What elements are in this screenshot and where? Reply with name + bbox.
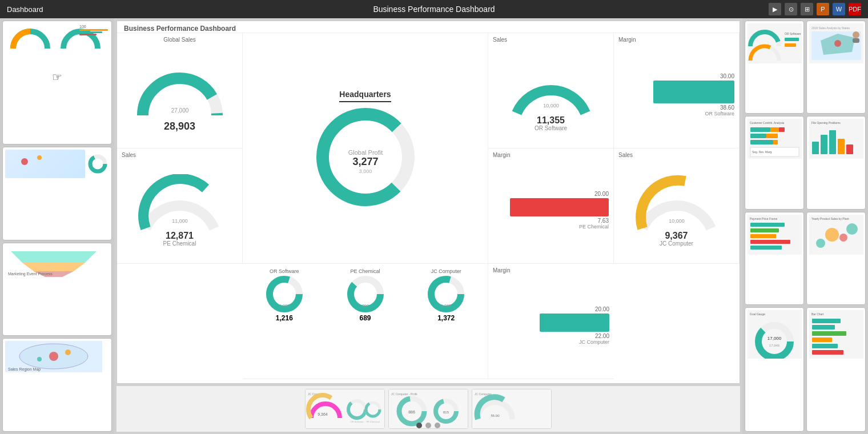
right-thumb-8[interactable]: Bar Chart [806,307,866,432]
svg-rect-83 [750,240,790,244]
pe-company-label: PE Chemical [163,240,196,247]
svg-text:JC Computer - Profit: JC Computer - Profit [391,392,417,396]
right-thumb-6[interactable]: Yearly Product Sales by Plant [806,212,866,305]
svg-rect-82 [750,234,776,238]
svg-text:2019 Sales Analysis by States: 2019 Sales Analysis by States [811,26,850,30]
left-thumb-4[interactable]: Sales Region Map [2,338,112,432]
jc-gauge-svg: 10,000 [634,174,720,231]
margin-bar-pe-row [493,198,609,216]
svg-text:9,364: 9,364 [318,412,328,416]
nav-dot-1[interactable] [416,423,422,428]
svg-text:Customer Contrib. Analysis: Customer Contrib. Analysis [750,121,785,124]
margin-or-target: 30.00 [618,73,734,79]
topbar-actions: ▶ ⊙ ⊞ P W PDF [648,3,861,15]
sales-label-3: Sales [618,152,734,158]
svg-point-10 [65,349,71,355]
sales-or-cell: Sales 10,000 11,355 OR Software [488,33,614,148]
pe-small-value: 689 [359,314,371,322]
margin-jc-cell: Margin 20.00 22.00 JC Computer [488,264,614,379]
sales-jc-cell: Sales 10,000 9,367 JC Computer [614,148,740,264]
main-content: ☞ 100 [0,18,868,434]
pdf-icon[interactable]: PDF [849,3,861,15]
or-target-label: 10,000 [543,103,559,108]
grid-icon[interactable]: ⊞ [801,3,813,15]
svg-text:27,000: 27,000 [171,107,188,114]
left-thumb-1[interactable]: ☞ 100 [2,21,112,144]
word-icon[interactable]: W [833,3,845,15]
right-thumb-5[interactable]: Payment Price Frame [745,212,804,305]
svg-point-57 [834,40,841,47]
jc-gauge-container: 10,000 9,367 JC Computer [618,159,734,261]
right-row-1: OR Software 2019 Sales Analysis by State… [745,21,866,114]
margin-or-company: OR Software [618,111,734,116]
pe-gauge-svg: 11,000 [137,174,223,231]
margin-pe-bar [510,198,609,216]
svg-text:Payment Price Frame: Payment Price Frame [750,217,778,220]
slide-strip: JC Computer 9,364 OR Software PE Chemica… [116,386,740,432]
page-title: Business Performance Dashboard [220,5,648,14]
svg-rect-74 [821,135,827,154]
nav-dots [416,423,440,428]
margin-label-2: Margin [493,152,609,158]
right-thumb-3[interactable]: Customer Contrib. Analysis Seg. Rev. Mar… [745,116,804,209]
svg-rect-66 [766,134,778,138]
margin-jc-chart: 20.00 22.00 JC Computer [493,275,609,376]
svg-text:17,000: 17,000 [767,336,782,341]
svg-point-87 [816,239,825,248]
svg-text:3,277: 3,277 [352,156,378,167]
nav-dot-2[interactable] [425,423,431,428]
sales-label-2: Sales [122,152,238,158]
margin-or-cell: Margin 30.00 38.60 OR Software [614,33,740,148]
svg-rect-62 [750,127,770,132]
margin-jc-company: JC Computer [493,339,609,345]
svg-text:Global Profit: Global Profit [348,149,383,156]
left-thumb-2[interactable] [2,147,112,240]
right-panel: OR Software 2019 Sales Analysis by State… [742,18,868,434]
play-icon[interactable]: ▶ [769,3,781,15]
svg-text:55.00: 55.00 [491,414,500,417]
or-small-svg: 1,000 [264,274,304,314]
or-gauge-container: 10,000 11,355 OR Software [493,44,609,146]
dash-title: Business Performance Dashboard [124,25,236,33]
svg-rect-63 [770,127,779,132]
right-thumb-2[interactable]: 2019 Sales Analysis by States [806,21,866,114]
margin-jc-target: 20.00 [493,306,609,312]
nav-dot-3[interactable] [435,423,440,428]
center-panel: Business Performance Dashboard Sales 10,… [114,18,742,434]
pe-small-cell: PE Chemical 880 689 [326,268,405,374]
svg-rect-51 [785,38,799,41]
or-small-value: 1,216 [276,314,293,322]
svg-text:PE Chemical: PE Chemical [366,420,379,423]
right-thumb-7[interactable]: Goal Gauge 17,000 17,946 [745,307,804,432]
svg-rect-75 [829,130,836,154]
svg-text:OR Software: OR Software [351,420,364,423]
app-title: Dashboard [7,5,220,14]
or-company-label: OR Software [535,125,567,131]
strip-thumb-3[interactable]: JC Computer 55.00 [472,389,552,429]
svg-rect-91 [748,310,802,359]
svg-text:3,000: 3,000 [359,168,372,174]
dash-body: Sales 10,000 11,355 OR Software [117,33,740,379]
svg-rect-102 [812,337,832,342]
svg-rect-103 [812,344,838,348]
left-thumb-3[interactable]: Marketing Event Process [2,243,112,336]
ppt-icon[interactable]: P [817,3,829,15]
jc-small-cell: JC Computer 1,369 1,372 [407,268,485,374]
svg-text:Sales Region Map: Sales Region Map [8,367,41,372]
svg-rect-67 [750,140,773,144]
svg-point-88 [825,228,839,242]
right-thumb-1[interactable]: OR Software [745,21,804,114]
info-icon[interactable]: ⊙ [785,3,797,15]
jc-company-label: JC Computer [660,240,693,247]
margin-label-3: Margin [493,267,609,274]
strip-thumb-1[interactable]: JC Computer 9,364 OR Software PE Chemica… [305,389,385,429]
margin-or-chart: 30.00 38.60 OR Software [618,44,734,146]
global-sales-gauge: 27,000 28,903 [134,44,226,146]
margin-jc-value: 22.00 [493,333,609,339]
pe-gauge-container: 11,000 12,871 PE Chemical [122,159,238,261]
right-thumb-4[interactable]: File Opening Problems [806,116,866,209]
margin-bar-row-1 [618,81,734,103]
margin-label-1: Margin [618,37,734,43]
global-sales-cell: Global Sales 27,000 28,903 [117,33,243,148]
pe-small-svg: 880 [345,274,385,314]
